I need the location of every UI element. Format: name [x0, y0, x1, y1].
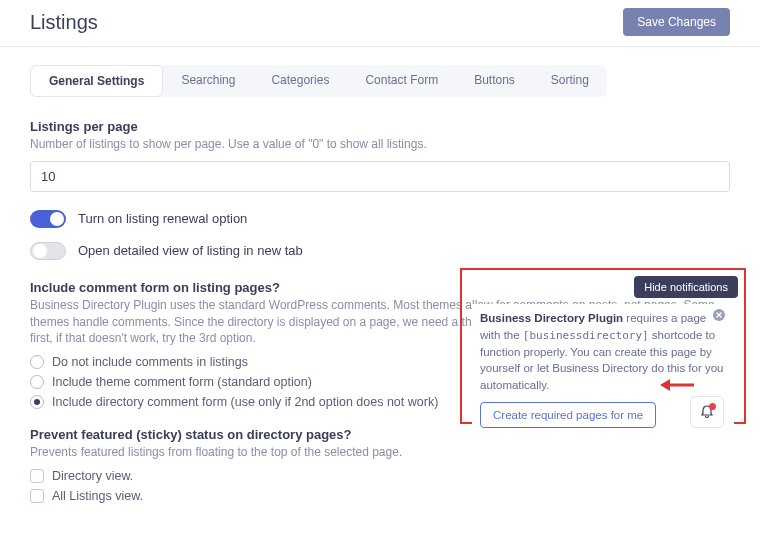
renewal-toggle-label: Turn on listing renewal option: [78, 211, 247, 226]
sticky-desc: Prevents featured listings from floating…: [30, 444, 730, 461]
tab-general-settings[interactable]: General Settings: [30, 65, 163, 97]
comment-radio-1[interactable]: [30, 375, 44, 389]
close-icon[interactable]: [712, 308, 726, 322]
tab-sorting[interactable]: Sorting: [533, 65, 607, 97]
sticky-check-1-label: All Listings view.: [52, 489, 143, 503]
listings-per-page-label: Listings per page: [30, 119, 730, 134]
tab-searching[interactable]: Searching: [163, 65, 253, 97]
tab-contact-form[interactable]: Contact Form: [347, 65, 456, 97]
sticky-check-1[interactable]: [30, 489, 44, 503]
notification-highlight-box: Hide notifications Business Directory Pl…: [460, 268, 746, 424]
page-title: Listings: [30, 11, 98, 34]
renewal-toggle[interactable]: [30, 210, 66, 228]
notification-dot-icon: [709, 403, 716, 410]
create-required-pages-button[interactable]: Create required pages for me: [480, 402, 656, 428]
sticky-check-0[interactable]: [30, 469, 44, 483]
sticky-check-0-label: Directory view.: [52, 469, 133, 483]
hide-notifications-button[interactable]: Hide notifications: [634, 276, 738, 298]
svg-marker-2: [660, 379, 670, 391]
new-tab-toggle[interactable]: [30, 242, 66, 260]
new-tab-toggle-label: Open detailed view of listing in new tab: [78, 243, 303, 258]
comment-radio-2-label: Include directory comment form (use only…: [52, 395, 438, 409]
save-changes-button[interactable]: Save Changes: [623, 8, 730, 36]
tabs-bar: General Settings Searching Categories Co…: [30, 65, 607, 97]
comment-radio-1-label: Include theme comment form (standard opt…: [52, 375, 312, 389]
listings-per-page-desc: Number of listings to show per page. Use…: [30, 136, 730, 153]
tab-categories[interactable]: Categories: [253, 65, 347, 97]
comment-radio-0-label: Do not include comments in listings: [52, 355, 248, 369]
listings-per-page-input[interactable]: [30, 161, 730, 192]
notifications-bell-button[interactable]: [690, 396, 724, 428]
arrow-icon: [660, 376, 694, 394]
comment-radio-0[interactable]: [30, 355, 44, 369]
tab-buttons[interactable]: Buttons: [456, 65, 533, 97]
comment-radio-2[interactable]: [30, 395, 44, 409]
